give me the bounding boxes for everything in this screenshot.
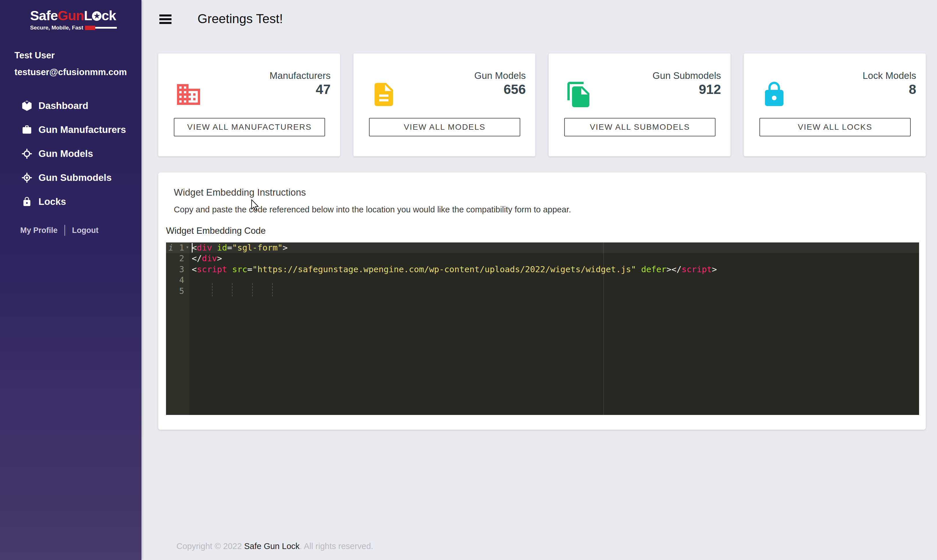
- card-manufacturers: Manufacturers 47 VIEW ALL MANUFACTURERS: [158, 54, 340, 156]
- card-title: Lock Models: [863, 70, 916, 82]
- annotation-info-icon: i: [168, 242, 173, 253]
- user-email: testuser@cfusionmm.com: [14, 67, 127, 77]
- sidebar-footer-links: My Profile Logout: [20, 225, 99, 236]
- main-content: Greetings Test! Manufacturers 47 VIEW AL…: [141, 0, 937, 560]
- code-line: <div id="sgl-form">: [190, 242, 919, 253]
- widget-instructions-title: Widget Embedding Instructions: [174, 187, 306, 198]
- logout-link[interactable]: Logout: [72, 226, 98, 235]
- building-icon: [175, 81, 202, 108]
- page-title: Greetings Test!: [198, 12, 283, 26]
- line-number: 4: [166, 275, 190, 286]
- code-area: <div id="sgl-form"></div><script src="ht…: [190, 242, 919, 415]
- logo-star-icon: ★: [92, 11, 102, 21]
- code-editor[interactable]: 1i▾2345 <div id="sgl-form"></div><script…: [166, 242, 919, 415]
- code-line: [190, 286, 919, 297]
- sidebar-item-label: Gun Submodels: [39, 172, 112, 183]
- line-number: 5: [166, 286, 190, 297]
- card-gun-submodels: Gun Submodels 912 VIEW ALL SUBMODELS: [549, 54, 730, 156]
- code-line: <script src="https://safegunstage.wpengi…: [190, 264, 919, 275]
- sidebar: SafeGunL★ck Secure, Mobile, Fast Test Us…: [0, 0, 141, 560]
- code-lines: <div id="sgl-form"></div><script src="ht…: [190, 242, 919, 297]
- sidebar-item-gun-models[interactable]: Gun Models: [0, 142, 141, 166]
- view-all-submodels-button[interactable]: VIEW ALL SUBMODELS: [564, 118, 715, 136]
- line-number: 2: [166, 253, 190, 264]
- sidebar-item-label: Gun Manufacturers: [39, 124, 126, 135]
- code-line: </div>: [190, 253, 919, 264]
- card-lock-models: Lock Models 8 VIEW ALL LOCKS: [744, 54, 926, 156]
- card-value: 656: [474, 82, 526, 97]
- my-profile-link[interactable]: My Profile: [20, 226, 57, 235]
- mouse-cursor-icon: [251, 199, 259, 212]
- tagline-white-bar: [95, 27, 117, 29]
- lock-icon: [22, 197, 32, 207]
- editor-gutter: 1i▾2345: [166, 242, 190, 415]
- sidebar-nav: Dashboard Gun Manufacturers Gun Models: [0, 94, 141, 214]
- logo-text: SafeGunL★ck: [30, 8, 117, 23]
- code-line: [190, 275, 919, 286]
- link-divider: [65, 225, 65, 236]
- card-value: 912: [653, 82, 721, 97]
- crosshair-dot-icon: [22, 172, 32, 183]
- crosshair-icon: [22, 149, 32, 159]
- tagline-red-bar: [85, 26, 96, 30]
- user-block: Test User testuser@cfusionmm.com: [14, 50, 127, 77]
- sidebar-item-dashboard[interactable]: Dashboard: [0, 94, 141, 118]
- line-number: 3: [166, 264, 190, 275]
- view-all-manufacturers-button[interactable]: VIEW ALL MANUFACTURERS: [174, 118, 325, 136]
- sidebar-item-label: Gun Models: [39, 148, 93, 159]
- logo-tagline: Secure, Mobile, Fast: [30, 25, 117, 31]
- app-logo[interactable]: SafeGunL★ck Secure, Mobile, Fast: [30, 8, 117, 31]
- stat-cards: Manufacturers 47 VIEW ALL MANUFACTURERS …: [158, 54, 926, 156]
- text-cursor: [192, 243, 193, 252]
- copyright-text: Copyright © 2022 Safe Gun Lock. All righ…: [176, 542, 374, 551]
- widget-code-label: Widget Embedding Code: [166, 226, 266, 236]
- sidebar-item-gun-submodels[interactable]: Gun Submodels: [0, 166, 141, 189]
- sidebar-item-label: Dashboard: [39, 100, 88, 111]
- widget-instructions-description: Copy and paste the code referenced below…: [174, 205, 571, 214]
- hamburger-menu-icon[interactable]: [159, 14, 171, 24]
- briefcase-icon: [22, 125, 32, 135]
- card-value: 8: [863, 82, 916, 97]
- sidebar-item-gun-manufacturers[interactable]: Gun Manufacturers: [0, 118, 141, 142]
- line-number: 1i▾: [166, 242, 190, 253]
- view-all-models-button[interactable]: VIEW ALL MODELS: [369, 118, 520, 136]
- fold-caret-icon[interactable]: ▾: [186, 242, 189, 252]
- sidebar-item-label: Locks: [39, 196, 66, 207]
- user-name: Test User: [14, 50, 127, 61]
- lock-icon: [760, 81, 788, 108]
- card-title: Gun Models: [474, 70, 526, 82]
- card-title: Gun Submodels: [653, 70, 721, 82]
- card-title: Manufacturers: [270, 70, 330, 82]
- card-value: 47: [270, 82, 330, 97]
- widget-embedding-panel: Widget Embedding Instructions Copy and p…: [158, 172, 926, 430]
- sidebar-item-locks[interactable]: Locks: [0, 189, 141, 214]
- footer-brand-link[interactable]: Safe Gun Lock: [244, 542, 299, 551]
- document-icon: [370, 81, 398, 108]
- cube-icon: [22, 100, 32, 111]
- view-all-locks-button[interactable]: VIEW ALL LOCKS: [759, 118, 911, 136]
- card-gun-models: Gun Models 656 VIEW ALL MODELS: [353, 54, 535, 156]
- copy-icon: [565, 81, 593, 108]
